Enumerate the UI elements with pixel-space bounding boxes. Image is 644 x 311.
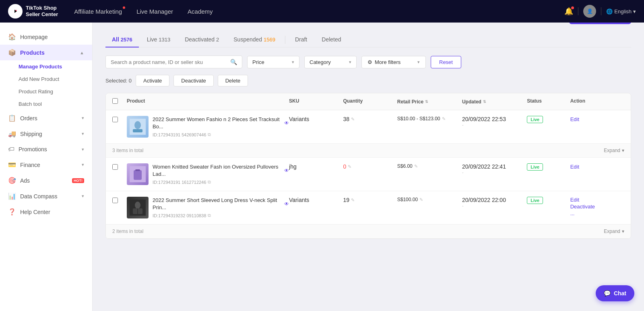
product-id: ID:172943191 1612712246 ⧉	[153, 179, 289, 185]
topnav-affiliate-marketing[interactable]: Affiliate Marketing	[74, 8, 122, 15]
sidebar-label-promotions: Promotions	[19, 146, 78, 152]
status-cell: Live	[527, 116, 570, 122]
more-filters-button[interactable]: ⚙ More filters ▾	[361, 56, 426, 68]
sidebar-item-manage-products[interactable]: Manage Products	[19, 60, 92, 73]
copy-icon[interactable]: ⧉	[208, 213, 211, 218]
filters-row: 🔍 Price ▾ Category ▾ ⚙ More filters ▾ Re…	[105, 56, 631, 68]
edit-button[interactable]: Edit	[570, 116, 579, 122]
row-checkbox[interactable]	[112, 164, 118, 170]
svg-rect-2	[133, 129, 142, 132]
topnav-live-manager[interactable]: Live Manager	[136, 8, 173, 15]
reset-button[interactable]: Reset	[431, 56, 461, 68]
logo-text: TikTok Shop Seller Center	[26, 5, 58, 17]
col-sku: SKU	[289, 98, 343, 105]
edit-button[interactable]: Edit	[570, 164, 579, 170]
delete-button[interactable]: Delete	[218, 75, 248, 87]
sidebar-item-data-compass[interactable]: 📊 Data Compass ▾	[0, 188, 92, 204]
copy-icon[interactable]: ⧉	[208, 132, 211, 137]
topnav-academy[interactable]: Academy	[188, 8, 213, 15]
bulk-actions: Selected: 0 Activate Deactivate Delete	[105, 75, 631, 87]
notification-dot	[571, 6, 574, 9]
chevron-down-icon-4: ▾	[82, 162, 84, 167]
language-selector[interactable]: 🌐 English ▾	[606, 8, 636, 14]
edit-button[interactable]: Edit	[570, 197, 624, 203]
sidebar-item-batch-tool[interactable]: Batch tool	[19, 98, 92, 110]
price-edit-icon[interactable]: ✎	[414, 164, 418, 169]
sidebar-label-ads: Ads	[20, 177, 66, 184]
sidebar-label-shipping: Shipping	[20, 131, 78, 137]
sku-cell: Variants	[289, 197, 343, 203]
view-icon[interactable]: 👁	[284, 120, 289, 127]
sidebar-item-product-rating[interactable]: Product Rating	[19, 85, 92, 98]
expand-button[interactable]: Expand ▾	[604, 148, 624, 153]
select-all-checkbox[interactable]	[112, 98, 118, 104]
price-edit-icon[interactable]: ✎	[442, 116, 446, 122]
view-icon[interactable]: 👁	[284, 167, 289, 174]
svg-point-7	[135, 202, 140, 209]
product-info: 2022 Summer Short Sleeved Long Dress V-n…	[127, 197, 289, 218]
home-icon: 🏠	[8, 33, 16, 41]
sidebar-item-products[interactable]: 📦 Products ▲	[0, 45, 92, 60]
price-filter[interactable]: Price ▾	[247, 56, 299, 68]
tab-all[interactable]: All 2576	[105, 32, 139, 47]
tab-live[interactable]: Live 1313	[140, 32, 177, 47]
view-icon[interactable]: 👁	[284, 201, 289, 208]
chevron-down-icon: ▾	[622, 148, 624, 153]
qty-edit-icon[interactable]: ✎	[351, 198, 355, 203]
sort-icon-2: ⇅	[483, 100, 486, 104]
sidebar-item-promotions[interactable]: 🏷 Promotions ▾	[0, 142, 92, 157]
logo[interactable]: TikTok Shop Seller Center	[8, 4, 58, 19]
sidebar-label-finance: Finance	[20, 162, 78, 168]
help-icon: ❓	[8, 208, 16, 216]
tab-suspended[interactable]: Suspended 1569	[227, 32, 282, 47]
sidebar-item-orders[interactable]: 📋 Orders ▾	[0, 110, 92, 126]
hot-badge: HOT!	[72, 178, 84, 183]
divider2	[601, 7, 601, 15]
tab-deactivated[interactable]: Deactivated 2	[178, 32, 225, 47]
status-badge: Live	[527, 163, 543, 171]
svg-rect-5	[135, 169, 140, 171]
topnav-right: 🔔 👤 🌐 English ▾	[564, 5, 636, 18]
col-retail-price[interactable]: Retail Price ⇅	[397, 98, 462, 105]
sidebar-item-finance[interactable]: 💳 Finance ▾	[0, 157, 92, 173]
thumb-image	[127, 197, 149, 218]
filter-icon: ⚙	[367, 59, 372, 65]
sidebar-item-ads[interactable]: 🎯 Ads HOT!	[0, 173, 92, 188]
sidebar-item-help-center[interactable]: ❓ Help Center	[0, 204, 92, 220]
price-edit-icon[interactable]: ✎	[419, 197, 423, 202]
category-chevron-icon: ▾	[349, 60, 351, 65]
row-checkbox[interactable]	[112, 198, 118, 203]
deactivate-button[interactable]: Deactivate	[173, 75, 213, 87]
sidebar-item-shipping[interactable]: 🚚 Shipping ▾	[0, 126, 92, 142]
tab-deleted[interactable]: Deleted	[315, 32, 347, 47]
activate-button[interactable]: Activate	[136, 75, 169, 87]
avatar[interactable]: 👤	[583, 5, 596, 18]
row-checkbox[interactable]	[112, 117, 118, 122]
notification-bell[interactable]: 🔔	[564, 7, 573, 16]
search-box[interactable]: 🔍	[105, 56, 242, 68]
topnav-menu: Affiliate Marketing Live Manager Academy	[74, 8, 564, 15]
col-status: Status	[527, 98, 570, 105]
deactivate-button[interactable]: Deactivate	[570, 204, 624, 210]
chevron-up-icon: ▲	[80, 50, 84, 55]
search-input[interactable]	[111, 59, 227, 65]
sidebar: 🏠 Homepage 📦 Products ▲ Manage Products …	[0, 23, 93, 288]
product-name: 2022 Summer Women Fashio n 2 Pieces Set …	[153, 116, 289, 130]
expand-button-3[interactable]: Expand ▾	[604, 229, 624, 234]
sku-cell: Variants	[289, 116, 343, 122]
sidebar-label-data-compass: Data Compass	[20, 193, 78, 200]
chevron-down-icon-3: ▾	[82, 147, 84, 152]
chat-button[interactable]: 💬 Chat	[596, 285, 634, 288]
sidebar-item-add-new-product[interactable]: Add New Product	[19, 73, 92, 85]
more-button[interactable]: ...	[570, 210, 624, 216]
qty-edit-icon[interactable]: ✎	[348, 164, 351, 169]
qty-edit-icon[interactable]: ✎	[351, 117, 355, 122]
topnav: TikTok Shop Seller Center Affiliate Mark…	[0, 0, 644, 23]
col-updated[interactable]: Updated ⇅	[462, 98, 527, 105]
copy-icon[interactable]: ⧉	[208, 179, 211, 185]
qty-cell: 0 ✎	[343, 163, 397, 170]
sidebar-item-homepage[interactable]: 🏠 Homepage	[0, 29, 92, 45]
category-filter[interactable]: Category ▾	[304, 56, 357, 68]
tab-draft[interactable]: Draft	[289, 32, 314, 47]
sidebar-label-orders: Orders	[20, 115, 78, 122]
